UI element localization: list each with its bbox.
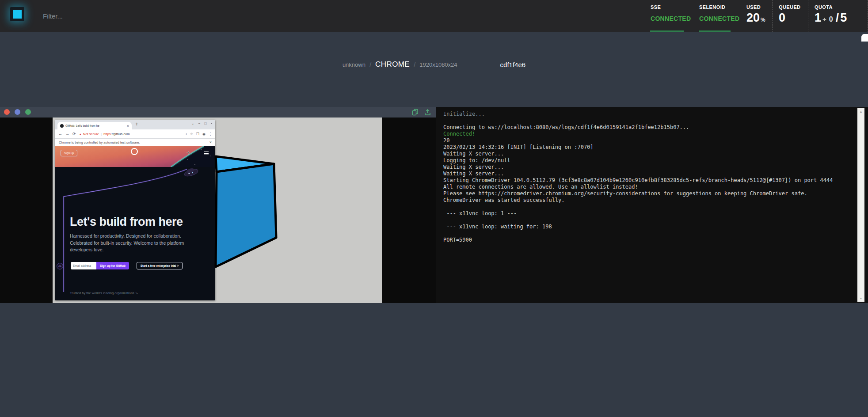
quota-pending: 0 <box>829 15 833 23</box>
quota-label: QUOTA <box>815 4 868 10</box>
log-line: 2023/02/13 14:32:16 [INIT] [Listening on… <box>443 144 850 151</box>
remote-browser-window: GitHub: Let's build from he × + ⌄ − □ × … <box>55 120 215 300</box>
top-header-bar: SSE CONNECTED SELENOID CONNECTED USED 20… <box>0 0 868 32</box>
upload-icon[interactable] <box>424 109 431 116</box>
log-line: Initialize... <box>443 111 850 118</box>
infobar-close-icon[interactable]: × <box>209 140 212 144</box>
hero-cta-row: Email address Sign up for GitHub Start a… <box>71 262 183 269</box>
session-separator-1: / <box>369 61 371 68</box>
hero-description: Harnessed for productivity. Designed for… <box>70 233 184 254</box>
log-line <box>443 230 850 237</box>
selenoid-status-value: CONNECTED <box>699 15 740 22</box>
github-favicon-icon <box>60 124 64 128</box>
log-line: All remote connections are allowed. Use … <box>443 184 850 190</box>
trusted-footnote: Trusted by the world's leading organizat… <box>70 291 138 295</box>
email-input[interactable]: Email address <box>71 262 96 269</box>
log-line: PORT=5900 <box>443 237 850 243</box>
code-bracket-icon: <> <box>57 263 63 269</box>
vnc-log-lines: Initialize... Connecting to ws://localho… <box>443 111 850 243</box>
security-warning-icon: ▲ <box>79 133 82 136</box>
sse-label: SSE <box>651 4 693 10</box>
log-line: Connected! <box>443 131 850 137</box>
log-line: Waiting X server... <box>443 151 850 157</box>
session-separator-2: / <box>414 61 415 68</box>
profile-avatar-icon[interactable]: ◉ <box>202 132 206 136</box>
used-label: USED <box>746 4 772 10</box>
window-maximize-icon[interactable]: □ <box>204 121 206 125</box>
session-quota-user: unknown <box>343 61 365 68</box>
log-line: --- x11vnc loop: waiting for: 198 <box>443 224 850 230</box>
log-line: Waiting X server... <box>443 171 850 177</box>
hero-description-line: Celebrated for built-in security. Welcom… <box>70 240 184 247</box>
log-line <box>443 118 850 124</box>
tab-capabilities[interactable]: CAPABILITIES <box>861 34 868 42</box>
used-unit: % <box>761 17 765 23</box>
log-line: --- x11vnc loop: 1 --- <box>443 210 850 217</box>
session-row[interactable]: unknown / CHROME / 1920x1080x24 cdf1f4e6 <box>0 60 868 69</box>
session-browser-name: CHROME <box>375 60 410 69</box>
automation-infobar: Chrome is being controlled by automated … <box>55 139 215 146</box>
address-bar-actions: ‹ ☆ ❒ ◉ ⋮ <box>186 132 212 136</box>
enterprise-trial-button[interactable]: Start a free enterprise trial > <box>137 262 183 269</box>
quota-current: 1 <box>815 11 821 25</box>
sse-status-block: SSE CONNECTED <box>644 0 693 32</box>
github-logo-icon[interactable] <box>131 148 138 155</box>
selenoid-ui: SSE CONNECTED SELENOID CONNECTED USED 20… <box>0 0 868 417</box>
sse-underline <box>650 30 684 32</box>
window-minimize-icon[interactable]: − <box>198 121 201 125</box>
scroll-down-icon[interactable]: ▼ <box>860 295 863 302</box>
selenoid-logo[interactable] <box>10 7 24 21</box>
tab-close-icon[interactable]: × <box>127 124 129 128</box>
queued-label: QUEUED <box>779 4 808 10</box>
selenoid-label: SELENOID <box>699 4 740 10</box>
signup-for-github-button[interactable]: Sign up for GitHub <box>96 262 129 269</box>
selenoid-underline <box>699 30 731 32</box>
browser-menu-icon[interactable]: ⋮ <box>209 132 212 136</box>
github-signup-button[interactable]: Sign up <box>61 150 77 156</box>
url-scheme: https <box>103 132 110 136</box>
scroll-up-icon[interactable]: ▲ <box>860 108 863 115</box>
window-close-icon[interactable]: × <box>210 121 213 125</box>
browser-tab[interactable]: GitHub: Let's build from he × <box>57 122 132 129</box>
tab-title: GitHub: Let's build from he <box>65 124 127 127</box>
github-page: Sign up Let's build from <box>55 146 215 300</box>
url-divider: | <box>101 132 102 136</box>
quota-slash: / <box>836 11 839 25</box>
queued-value: 0 <box>779 11 785 25</box>
traffic-light-red-icon <box>4 109 10 115</box>
vnc-actions <box>412 109 431 116</box>
quota-plus: + <box>822 15 826 23</box>
url-text[interactable]: ://github.com <box>111 132 130 136</box>
log-line: ChromeDriver was started successfully. <box>443 197 850 204</box>
copy-icon[interactable] <box>412 109 419 116</box>
hero-description-line: Harnessed for productivity. Designed for… <box>70 233 184 240</box>
forward-icon[interactable]: → <box>65 132 69 136</box>
not-secure-label: Not secure <box>83 132 99 136</box>
selenoid-status-block: SELENOID CONNECTED <box>693 0 740 32</box>
log-line <box>443 217 850 224</box>
log-scrollbar[interactable]: ▲ ▼ <box>857 108 864 302</box>
hero-heading: Let's build from here <box>70 215 183 229</box>
window-menu-icon[interactable]: ⌄ <box>191 121 194 125</box>
side-panel-icon[interactable]: ❒ <box>196 132 199 136</box>
log-line: Logging to: /dev/null <box>443 157 850 164</box>
vnc-screen-canvas[interactable]: GitHub: Let's build from he × + ⌄ − □ × … <box>0 118 436 303</box>
used-value: 20 <box>746 11 760 25</box>
status-strip: SSE CONNECTED SELENOID CONNECTED USED 20… <box>644 0 868 32</box>
log-line: Waiting X server... <box>443 164 850 171</box>
blue-cube-graphic <box>214 154 278 271</box>
browser-address-bar: ← → ⟳ ▲ Not secure | https ://github.com… <box>55 129 215 139</box>
infobar-message: Chrome is being controlled by automated … <box>59 140 140 144</box>
session-resolution: 1920x1080x24 <box>419 61 457 68</box>
reload-icon[interactable]: ⟳ <box>72 132 76 136</box>
filter-input[interactable] <box>42 9 194 23</box>
share-icon[interactable]: ‹ <box>186 132 187 136</box>
back-icon[interactable]: ← <box>58 132 62 136</box>
new-tab-button[interactable]: + <box>135 121 138 127</box>
traffic-light-blue-icon <box>15 109 20 115</box>
window-controls: ⌄ − □ × <box>191 121 213 125</box>
session-id-link[interactable]: cdf1f4e6 <box>500 61 526 68</box>
bookmark-star-icon[interactable]: ☆ <box>190 132 193 136</box>
hamburger-menu-icon[interactable] <box>204 152 209 156</box>
vnc-window-header <box>0 107 436 118</box>
